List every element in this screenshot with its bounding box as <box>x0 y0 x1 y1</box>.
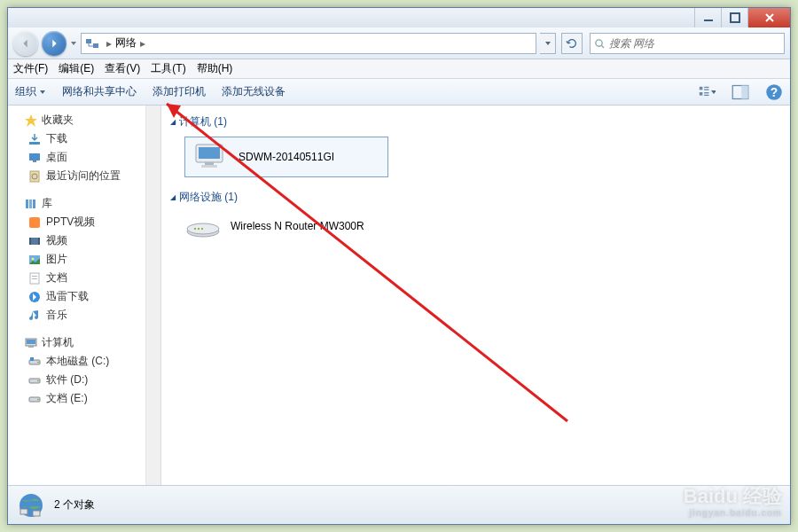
add-wireless-button[interactable]: 添加无线设备 <box>222 84 286 99</box>
menu-help[interactable]: 帮助(H) <box>197 61 233 76</box>
svg-rect-37 <box>30 357 34 361</box>
music-icon <box>27 309 42 323</box>
maximize-button[interactable] <box>721 8 747 27</box>
section-infrastructure-header[interactable]: ◢网络设施 (1) <box>170 186 781 208</box>
collapse-icon: ◢ <box>170 118 176 126</box>
video-icon <box>27 234 42 248</box>
svg-rect-2 <box>86 39 91 43</box>
breadcrumb-separator: ▸ <box>140 37 145 50</box>
svg-rect-44 <box>199 147 220 159</box>
pictures-icon <box>27 253 42 267</box>
svg-point-4 <box>596 39 602 45</box>
drive-icon <box>27 355 42 369</box>
drive-icon <box>27 373 42 387</box>
computer-thumb-icon <box>192 143 230 171</box>
search-icon <box>594 37 606 50</box>
svg-rect-21 <box>29 200 32 208</box>
svg-point-50 <box>198 228 200 230</box>
menu-edit[interactable]: 编辑(E) <box>59 61 94 76</box>
sidebar-item-downloads[interactable]: 下载 <box>8 129 145 148</box>
status-bar: 2 个对象 <box>8 485 790 524</box>
address-dropdown[interactable] <box>540 33 556 54</box>
preview-pane-button[interactable] <box>732 83 749 101</box>
svg-rect-46 <box>201 165 217 168</box>
svg-rect-35 <box>28 346 34 348</box>
minimize-button[interactable] <box>694 8 721 27</box>
sidebar-item-xunlei[interactable]: 迅雷下载 <box>8 287 145 306</box>
sidebar-item-recent[interactable]: 最近访问的位置 <box>8 167 145 185</box>
breadcrumb-root[interactable]: 网络 <box>115 35 137 51</box>
svg-rect-0 <box>704 20 713 21</box>
svg-rect-34 <box>27 340 35 344</box>
status-text: 2 个对象 <box>54 497 95 512</box>
sidebar-item-music[interactable]: 音乐 <box>8 306 145 325</box>
navigation-pane[interactable]: 收藏夹 下载 桌面 最近访问的位置 库 PPTV视频 视频 图片 文档 迅雷下载… <box>8 106 146 485</box>
svg-point-42 <box>37 398 39 400</box>
command-bar: 组织 网络和共享中心 添加打印机 添加无线设备 ? <box>8 79 790 106</box>
close-button[interactable] <box>747 8 790 27</box>
download-icon <box>27 132 42 146</box>
sidebar-computer-header[interactable]: 计算机 <box>8 333 145 352</box>
search-box[interactable] <box>590 33 785 54</box>
menu-tools[interactable]: 工具(T) <box>151 61 185 76</box>
svg-rect-26 <box>38 238 40 245</box>
sidebar-item-drive-e[interactable]: 文档 (E:) <box>8 389 145 408</box>
svg-rect-9 <box>704 92 708 93</box>
svg-rect-1 <box>731 13 739 22</box>
router-thumb-icon <box>184 212 222 240</box>
nav-forward-button[interactable] <box>42 31 66 56</box>
svg-point-51 <box>201 228 203 230</box>
sidebar-item-documents[interactable]: 文档 <box>8 269 145 287</box>
network-device-item[interactable]: Wireless N Router MW300R <box>184 212 781 240</box>
sidebar-item-pictures[interactable]: 图片 <box>8 250 145 269</box>
svg-point-28 <box>32 257 35 260</box>
content-pane[interactable]: ◢计算机 (1) SDWM-20140511GI ◢网络设施 (1) Wirel… <box>161 106 790 485</box>
address-bar[interactable]: ▸ 网络 ▸ <box>81 33 536 54</box>
menu-file[interactable]: 文件(F) <box>13 61 48 76</box>
sidebar-item-drive-c[interactable]: 本地磁盘 (C:) <box>8 352 145 371</box>
svg-point-38 <box>37 361 39 363</box>
view-options-button[interactable] <box>698 83 716 101</box>
navigation-bar: ▸ 网络 ▸ <box>8 27 790 59</box>
nav-history-dropdown[interactable] <box>70 38 77 49</box>
help-button[interactable]: ? <box>765 83 783 101</box>
svg-rect-6 <box>704 87 708 88</box>
svg-rect-8 <box>700 92 703 96</box>
svg-rect-17 <box>33 160 36 162</box>
refresh-button[interactable] <box>561 33 583 54</box>
drive-icon <box>27 392 42 406</box>
svg-rect-54 <box>33 511 40 516</box>
sidebar-item-pptv[interactable]: PPTV视频 <box>8 213 145 231</box>
collapse-icon: ◢ <box>170 193 176 201</box>
network-center-button[interactable]: 网络和共享中心 <box>62 84 137 99</box>
svg-rect-45 <box>205 162 214 165</box>
svg-rect-23 <box>29 217 40 228</box>
svg-rect-16 <box>29 153 40 160</box>
add-printer-button[interactable]: 添加打印机 <box>153 84 206 99</box>
section-computers-header[interactable]: ◢计算机 (1) <box>170 111 781 133</box>
desktop-icon <box>27 151 42 165</box>
sidebar-libraries-header[interactable]: 库 <box>8 194 145 213</box>
network-globe-icon <box>17 491 45 520</box>
menu-view[interactable]: 查看(V) <box>105 61 140 76</box>
svg-rect-7 <box>704 90 708 90</box>
menu-bar: 文件(F) 编辑(E) 查看(V) 工具(T) 帮助(H) <box>8 59 790 79</box>
network-computer-item[interactable]: SDWM-20140511GI <box>184 137 388 177</box>
nav-back-button[interactable] <box>13 31 38 56</box>
sidebar-item-desktop[interactable]: 桌面 <box>8 148 145 167</box>
xunlei-icon <box>27 290 42 304</box>
svg-rect-22 <box>33 200 35 208</box>
documents-icon <box>27 271 42 286</box>
organize-button[interactable]: 组织 <box>15 84 46 99</box>
titlebar <box>8 8 790 27</box>
sidebar-favorites-header[interactable]: 收藏夹 <box>8 111 145 129</box>
sidebar-item-drive-d[interactable]: 软件 (D:) <box>8 371 145 389</box>
search-input[interactable] <box>609 37 780 50</box>
svg-text:?: ? <box>771 86 778 99</box>
sidebar-scrollbar[interactable] <box>146 106 161 485</box>
svg-point-40 <box>37 379 39 381</box>
sidebar-item-videos[interactable]: 视频 <box>8 231 145 250</box>
svg-rect-12 <box>741 85 748 98</box>
svg-rect-20 <box>26 200 28 208</box>
star-icon <box>24 113 38 128</box>
